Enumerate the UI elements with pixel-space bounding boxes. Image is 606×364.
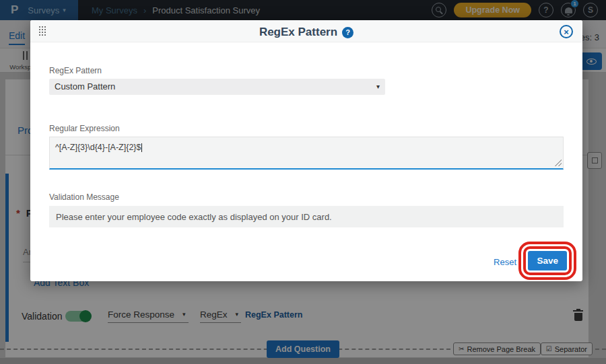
validation-message-input[interactable] — [49, 206, 564, 227]
regex-value: ^[A-Z]{3}\d{4}-[A-Z]{2}$ — [55, 143, 141, 152]
chevron-down-icon: ▾ — [376, 79, 380, 95]
regex-pattern-modal: RegEx Pattern ? × RegEx Pattern Custom P… — [30, 20, 582, 281]
reset-link[interactable]: Reset — [494, 257, 516, 267]
pattern-selected-value: Custom Pattern — [55, 81, 115, 92]
survey-builder-app: P Surveys ▾ My Surveys › Product Satisfa… — [0, 0, 606, 364]
text-cursor — [141, 143, 142, 152]
close-icon: × — [564, 28, 569, 36]
pattern-field-label: RegEx Pattern — [49, 66, 102, 75]
pattern-select[interactable]: Custom Pattern ▾ — [49, 79, 385, 95]
message-field-label: Validation Message — [49, 192, 119, 202]
close-button[interactable]: × — [560, 25, 573, 38]
modal-title: RegEx Pattern ? — [30, 26, 582, 39]
save-button-zone: Save — [523, 246, 572, 275]
save-button[interactable]: Save — [528, 251, 567, 270]
regex-field-label: Regular Expression — [49, 124, 120, 133]
modal-title-text: RegEx Pattern — [259, 26, 337, 39]
regex-textarea[interactable]: ^[A-Z]{3}\d{4}-[A-Z]{2}$ — [49, 137, 564, 170]
annotation-highlight-ring: Save — [523, 246, 572, 275]
resize-grip-icon[interactable] — [555, 159, 562, 166]
modal-help-icon[interactable]: ? — [342, 27, 354, 38]
